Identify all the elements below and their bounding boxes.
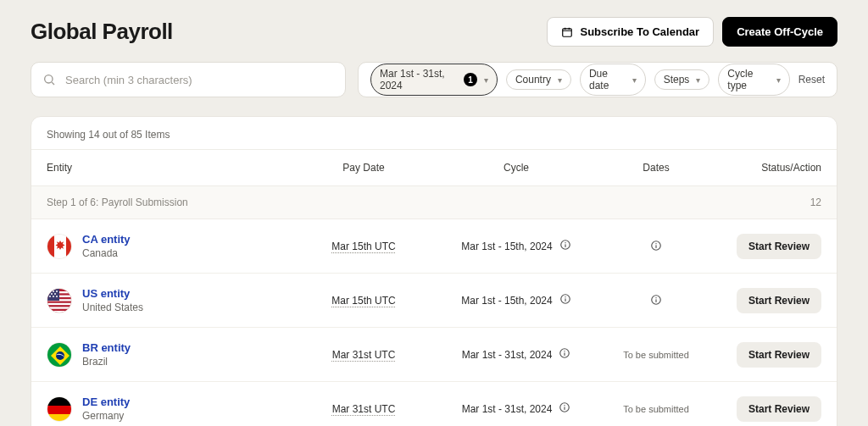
filter-country-label: Country bbox=[515, 74, 551, 86]
entity-name-link[interactable]: BR entity bbox=[82, 341, 131, 354]
page-title: Global Payroll bbox=[31, 19, 173, 45]
start-review-button[interactable]: Start Review bbox=[737, 396, 821, 422]
col-entity: Entity bbox=[47, 162, 296, 174]
start-review-button[interactable]: Start Review bbox=[737, 234, 821, 259]
table-group-header: Step 1 of 6: Payroll Submission 12 bbox=[31, 186, 837, 219]
cycle-range: Mar 1st - 31st, 2024 bbox=[462, 403, 553, 415]
info-icon[interactable] bbox=[650, 240, 662, 252]
entity-name-link[interactable]: US entity bbox=[82, 287, 143, 300]
cycle-range: Mar 1st - 15th, 2024 bbox=[461, 295, 552, 307]
entity-country: Germany bbox=[82, 410, 130, 422]
info-icon[interactable] bbox=[559, 347, 570, 362]
filter-steps[interactable]: Steps ▾ bbox=[654, 69, 710, 90]
create-offcycle-label: Create Off-Cycle bbox=[737, 25, 823, 38]
filter-date-range[interactable]: Mar 1st - 31st, 2024 1 ▾ bbox=[370, 64, 498, 96]
filter-cycle-type[interactable]: Cycle type ▾ bbox=[718, 64, 789, 96]
col-pay-date: Pay Date bbox=[296, 162, 431, 174]
col-dates: Dates bbox=[601, 162, 711, 174]
table-row: CA entity Canada Mar 15th UTC Mar 1st - … bbox=[31, 219, 837, 274]
start-review-button[interactable]: Start Review bbox=[737, 288, 821, 313]
calendar-icon bbox=[561, 26, 573, 38]
entity-country: United States bbox=[82, 302, 143, 313]
info-icon[interactable] bbox=[559, 239, 571, 253]
chevron-down-icon: ▾ bbox=[696, 75, 700, 85]
group-label: Step 1 of 6: Payroll Submission bbox=[47, 196, 188, 208]
col-status-action: Status/Action bbox=[711, 162, 821, 174]
chevron-down-icon: ▾ bbox=[776, 75, 781, 85]
svg-point-1 bbox=[45, 75, 53, 83]
svg-rect-0 bbox=[563, 28, 572, 36]
subscribe-calendar-button[interactable]: Subscribe To Calendar bbox=[547, 17, 714, 47]
flag-icon bbox=[47, 396, 72, 422]
pay-date[interactable]: Mar 31st UTC bbox=[296, 403, 431, 415]
filter-date-range-label: Mar 1st - 31st, 2024 bbox=[380, 68, 459, 91]
subscribe-calendar-label: Subscribe To Calendar bbox=[580, 25, 699, 38]
filter-due-date-label: Due date bbox=[589, 68, 626, 91]
group-count: 12 bbox=[810, 196, 821, 208]
flag-icon bbox=[47, 234, 72, 259]
table-row: DE entity Germany Mar 31st UTC Mar 1st -… bbox=[31, 382, 837, 426]
filter-bar: Mar 1st - 31st, 2024 1 ▾ Country ▾ Due d… bbox=[358, 62, 837, 97]
entity-name-link[interactable]: CA entity bbox=[82, 233, 131, 246]
dates-text: To be submitted bbox=[623, 350, 689, 360]
entity-country: Canada bbox=[82, 247, 131, 259]
flag-icon bbox=[47, 342, 72, 368]
pay-date[interactable]: Mar 15th UTC bbox=[296, 295, 431, 307]
table-header: Entity Pay Date Cycle Dates Status/Actio… bbox=[31, 149, 837, 186]
result-summary: Showing 14 out of 85 Items bbox=[31, 117, 837, 149]
create-offcycle-button[interactable]: Create Off-Cycle bbox=[722, 17, 837, 47]
table-row: BR entity Brazil Mar 31st UTC Mar 1st - … bbox=[31, 328, 837, 382]
payroll-table: Showing 14 out of 85 Items Entity Pay Da… bbox=[31, 116, 837, 426]
search-icon bbox=[42, 73, 56, 86]
info-icon[interactable] bbox=[559, 401, 570, 416]
chevron-down-icon: ▾ bbox=[632, 75, 637, 85]
entity-country: Brazil bbox=[82, 356, 131, 368]
cycle-range: Mar 1st - 15th, 2024 bbox=[461, 241, 552, 252]
cycle-range: Mar 1st - 31st, 2024 bbox=[462, 349, 553, 361]
filter-cycle-type-label: Cycle type bbox=[727, 68, 769, 91]
table-row: US entity United States Mar 15th UTC Mar… bbox=[31, 274, 837, 328]
filter-due-date[interactable]: Due date ▾ bbox=[580, 64, 646, 96]
entity-name-link[interactable]: DE entity bbox=[82, 396, 130, 408]
filter-country[interactable]: Country ▾ bbox=[506, 69, 571, 90]
chevron-down-icon: ▾ bbox=[558, 75, 562, 85]
start-review-button[interactable]: Start Review bbox=[737, 342, 821, 368]
reset-filters-button[interactable]: Reset bbox=[798, 74, 825, 86]
pay-date[interactable]: Mar 15th UTC bbox=[296, 241, 431, 252]
filter-date-count-badge: 1 bbox=[464, 73, 477, 86]
col-cycle: Cycle bbox=[431, 162, 601, 174]
dates-text: To be submitted bbox=[623, 404, 689, 414]
info-icon[interactable] bbox=[559, 293, 571, 307]
pay-date[interactable]: Mar 31st UTC bbox=[296, 349, 431, 361]
chevron-down-icon: ▾ bbox=[484, 75, 488, 85]
search-input[interactable] bbox=[31, 62, 346, 97]
filter-steps-label: Steps bbox=[664, 74, 690, 86]
info-icon[interactable] bbox=[650, 294, 662, 306]
flag-icon bbox=[47, 288, 72, 313]
